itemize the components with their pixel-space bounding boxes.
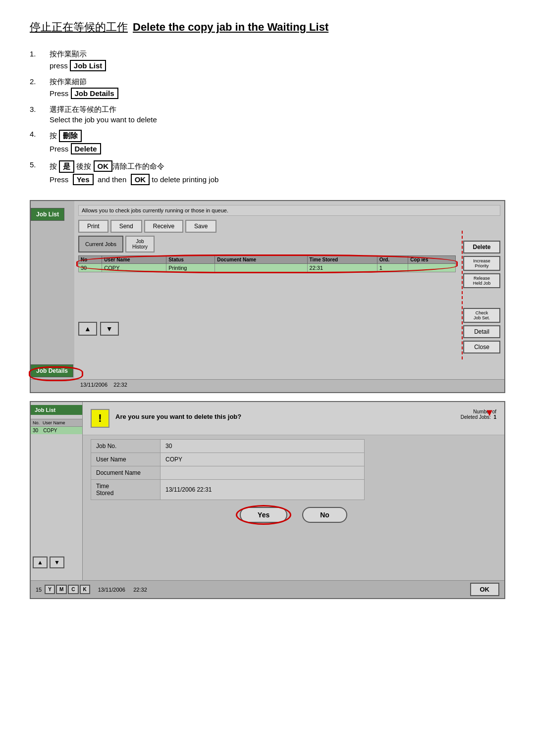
- step-4: 4. 按 刪除 Press Delete: [30, 130, 505, 154]
- footer-time-1: 22:32: [113, 382, 127, 388]
- value-user-name: COPY: [160, 453, 365, 466]
- step-3-number: 3.: [30, 105, 45, 124]
- label-time-stored: TimeStored: [91, 480, 160, 500]
- footer-time-2: 22:32: [133, 587, 147, 593]
- warning-icon: !: [91, 409, 109, 428]
- panel-1: Job List Allows you to check jobs curren…: [30, 200, 505, 393]
- label-user-name: User Name: [91, 453, 160, 466]
- receive-btn[interactable]: Receive: [144, 220, 183, 233]
- col-timestored: Time Stored: [307, 256, 377, 264]
- mode-m-btn[interactable]: M: [56, 585, 67, 594]
- save-btn[interactable]: Save: [185, 220, 216, 233]
- delete-chinese-key: 刪除: [59, 130, 82, 142]
- yes-key: Yes: [73, 174, 94, 185]
- field-time-stored: TimeStored 13/11/2006 22:31: [91, 480, 365, 500]
- ok-chinese-key: OK: [94, 160, 113, 172]
- mini-table-row[interactable]: 30 COPY: [31, 427, 82, 434]
- step-5-number: 5.: [30, 160, 45, 185]
- mode-c-btn[interactable]: C: [68, 585, 78, 594]
- ok-key: OK: [131, 174, 150, 185]
- job-list-key: Job List: [70, 60, 107, 71]
- delete-action-btn[interactable]: Delete: [463, 241, 500, 253]
- panel-description: Allows you to check jobs currently runni…: [78, 205, 500, 216]
- step-3: 3. 選擇正在等候的工作 Select the job you want to …: [30, 105, 505, 124]
- confirm-question: Are you sure you want to delete this job…: [115, 409, 241, 420]
- cell-status: Printing: [166, 264, 215, 272]
- release-held-job-btn[interactable]: ReleaseHeld Job: [463, 273, 500, 288]
- cell-no: 30: [79, 264, 102, 272]
- col-copies: Cop ies: [408, 256, 456, 264]
- send-btn[interactable]: Send: [110, 220, 142, 233]
- col-username: User Name: [102, 256, 166, 264]
- col-docname: Document Name: [215, 256, 307, 264]
- step-3-chinese: 選擇正在等候的工作: [50, 105, 157, 114]
- confirm-buttons: Yes No: [91, 507, 496, 523]
- job-details-key: Job Details: [71, 88, 118, 99]
- instructions-list: 1. 按作業顯示 press Job List 2. 按作業細節 Press J…: [30, 50, 505, 185]
- page-title: 停止正在等候的工作 Delete the copy jab in the Wai…: [30, 20, 505, 35]
- step-2-english: Press Job Details: [50, 88, 118, 99]
- footer-date-1: 13/11/2006: [80, 382, 107, 388]
- step-4-chinese: 按 刪除: [50, 130, 101, 142]
- confirm-dialog: ! Are you sure you want to delete this j…: [83, 402, 504, 598]
- step-5-chinese: 按 是 後按 OK清除工作的命令: [50, 160, 218, 173]
- down-arrow-btn[interactable]: ▼: [100, 322, 119, 336]
- panel-2-footer: 15 Y M C K 13/11/2006 22:32 OK: [31, 580, 504, 598]
- field-doc-name: Document Name: [91, 466, 365, 480]
- current-jobs-tab[interactable]: Current Jobs: [78, 236, 123, 252]
- step-5: 5. 按 是 後按 OK清除工作的命令 Press Yes and then O…: [30, 160, 505, 185]
- col-no: No: [79, 256, 102, 264]
- label-job-no: Job No.: [91, 440, 160, 453]
- check-job-set-btn[interactable]: CheckJob Set.: [463, 308, 500, 323]
- step-1: 1. 按作業顯示 press Job List: [30, 50, 505, 71]
- sidebar-up-btn[interactable]: ▲: [33, 556, 48, 568]
- field-user-name: User Name COPY: [91, 453, 365, 466]
- footer-date-2: 13/11/2006: [98, 587, 125, 593]
- confirm-header: ! Are you sure you want to delete this j…: [83, 402, 504, 435]
- job-history-tab[interactable]: JobHistory: [125, 236, 155, 252]
- cell-time: 22:31: [307, 264, 377, 272]
- job-list-tab-2[interactable]: Job List: [31, 405, 82, 415]
- deleted-jobs-info: Number ofDeleted Jobs: 1: [461, 409, 496, 420]
- field-job-no: Job No. 30: [91, 440, 365, 453]
- mode-buttons: Y M C K: [45, 585, 90, 594]
- step-2: 2. 按作業細節 Press Job Details: [30, 77, 505, 99]
- step-1-english: press Job List: [50, 60, 106, 71]
- step-1-chinese: 按作業顯示: [50, 50, 106, 59]
- step-3-english: Select the job you want to delete: [50, 115, 157, 124]
- title-chinese: 停止正在等候的工作: [30, 20, 128, 35]
- detail-btn[interactable]: Detail: [463, 325, 500, 338]
- close-btn[interactable]: Close: [463, 341, 500, 353]
- no-confirm-btn[interactable]: No: [302, 507, 347, 523]
- nav-buttons: Print Send Receive Save: [78, 220, 500, 233]
- job-details-tab-1[interactable]: Job Details: [31, 364, 73, 377]
- yes-chinese-key: 是: [59, 160, 74, 173]
- value-time-stored: 13/11/2006 22:31: [160, 480, 365, 500]
- label-doc-name: Document Name: [91, 466, 160, 480]
- confirm-fields-table: Job No. 30 User Name COPY Document Name …: [91, 439, 365, 500]
- sidebar-down-btn[interactable]: ▼: [50, 556, 64, 568]
- step-4-number: 4.: [30, 130, 45, 154]
- value-doc-name: [160, 466, 365, 480]
- footer-page-num: 15: [36, 587, 42, 593]
- panel-2: Job List No. User Name 30 COPY ▲ ▼ Job D…: [30, 401, 505, 599]
- col-ord: Ord.: [377, 256, 408, 264]
- step-2-number: 2.: [30, 77, 45, 99]
- up-arrow-btn[interactable]: ▲: [78, 322, 97, 336]
- job-table: No User Name Status Document Name Time S…: [78, 255, 456, 272]
- cell-doc: [215, 264, 307, 272]
- step-4-english: Press Delete: [50, 143, 101, 154]
- mode-k-btn[interactable]: K: [80, 585, 90, 594]
- cell-ord: 1: [377, 264, 408, 272]
- yes-confirm-btn[interactable]: Yes: [240, 507, 287, 523]
- ok-footer-btn[interactable]: OK: [470, 583, 500, 596]
- delete-key: Delete: [71, 143, 101, 154]
- job-list-tab-1[interactable]: Job List: [31, 208, 64, 221]
- mini-table-header: No. User Name: [31, 419, 82, 427]
- step-2-chinese: 按作業細節: [50, 77, 118, 87]
- mode-y-btn[interactable]: Y: [45, 585, 55, 594]
- print-btn[interactable]: Print: [78, 220, 108, 233]
- increase-priority-btn[interactable]: IncreasePriority: [463, 256, 500, 271]
- cell-user: COPY: [102, 264, 166, 272]
- table-row[interactable]: 30 COPY Printing 22:31 1: [79, 264, 456, 272]
